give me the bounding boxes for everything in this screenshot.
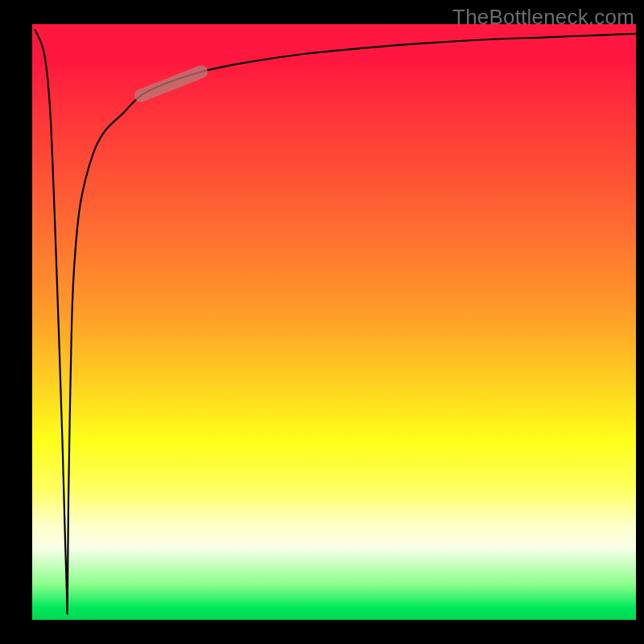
bottleneck-curve: [35, 30, 636, 613]
curve-highlight-pill: [141, 72, 201, 96]
chart-frame: TheBottleneck.com: [0, 0, 644, 644]
attribution-label: TheBottleneck.com: [452, 5, 634, 30]
gradient-plot-area: [32, 24, 636, 620]
curve-layer: [32, 24, 636, 620]
